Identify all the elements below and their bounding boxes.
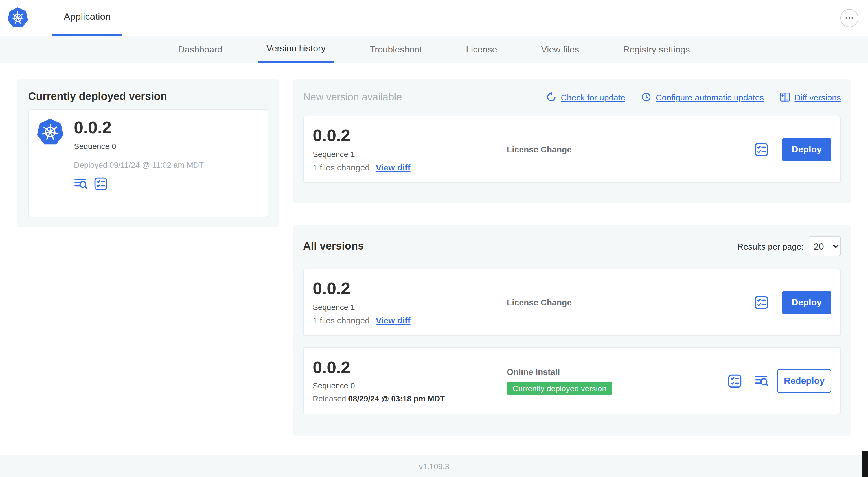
kubernetes-logo-icon xyxy=(7,7,28,28)
top-bar: Application xyxy=(0,0,868,36)
config-checklist-icon[interactable] xyxy=(94,176,108,190)
current-version-number: 0.0.2 xyxy=(74,119,204,136)
tab-dashboard[interactable]: Dashboard xyxy=(170,36,230,63)
files-changed-line: 1 files changed View diff xyxy=(313,162,507,172)
diff-icon xyxy=(779,91,790,103)
released-line: Released08/29/24 @ 03:18 pm MDT xyxy=(313,394,507,403)
tab-version-history[interactable]: Version history xyxy=(258,36,334,63)
all-versions-panel: All versions Results per page: 20 0.0.2 … xyxy=(293,225,851,436)
version-row: 0.0.2 Sequence 1 1 files changed View di… xyxy=(303,269,841,336)
current-version-actions xyxy=(74,176,204,190)
version-source-block: Online Install Currently deployed versio… xyxy=(507,367,727,395)
deploy-button[interactable]: Deploy xyxy=(782,291,831,314)
version-number: 0.0.2 xyxy=(313,358,507,376)
refresh-icon xyxy=(546,91,557,103)
release-notes-icon[interactable] xyxy=(74,176,88,190)
results-per-page-select[interactable]: 20 xyxy=(809,236,841,256)
app-tab[interactable]: Application xyxy=(53,0,122,35)
deployed-timestamp: Deployed 09/11/24 @ 11:02 am MDT xyxy=(74,160,204,169)
check-for-update-link[interactable]: Check for update xyxy=(546,91,625,103)
version-sequence: Sequence 0 xyxy=(313,381,507,390)
files-changed-text: 1 files changed xyxy=(313,316,370,325)
app-logo xyxy=(7,0,28,35)
tab-troubleshoot[interactable]: Troubleshoot xyxy=(362,36,430,63)
diff-versions-label: Diff versions xyxy=(794,92,841,102)
version-info-block: 0.0.2 Sequence 0 Released08/29/24 @ 03:1… xyxy=(313,358,507,403)
new-version-title: New version available xyxy=(303,90,546,104)
diff-versions-link[interactable]: Diff versions xyxy=(779,91,841,103)
footer: v1.109.3 xyxy=(0,455,868,477)
tab-license[interactable]: License xyxy=(458,36,505,63)
version-source-block: License Change xyxy=(507,297,754,307)
new-version-row: 0.0.2 Sequence 1 1 files changed View di… xyxy=(303,116,841,183)
admin-console-version: v1.109.3 xyxy=(419,461,449,471)
version-row: 0.0.2 Sequence 0 Released08/29/24 @ 03:1… xyxy=(303,347,841,414)
kubernetes-icon xyxy=(37,119,64,146)
view-diff-link[interactable]: View diff xyxy=(376,162,410,172)
main-content: Currently deployed version 0.0.2 Sequenc… xyxy=(0,63,868,436)
version-number: 0.0.2 xyxy=(313,127,507,145)
check-for-update-label: Check for update xyxy=(561,92,625,102)
app-window: Application Dashboard Version history Tr… xyxy=(0,0,868,477)
all-versions-header: All versions Results per page: 20 xyxy=(303,236,841,256)
version-info-block: 0.0.2 Sequence 1 1 files changed View di… xyxy=(313,280,507,325)
files-changed-text: 1 files changed xyxy=(313,162,370,172)
new-version-header: New version available Check for update C… xyxy=(303,90,841,104)
results-per-page: Results per page: 20 xyxy=(737,236,841,256)
version-source: License Change xyxy=(507,145,754,154)
configure-automatic-updates-link[interactable]: Configure automatic updates xyxy=(641,91,764,103)
view-diff-link[interactable]: View diff xyxy=(376,316,410,325)
all-versions-title: All versions xyxy=(303,240,737,252)
tab-registry-settings[interactable]: Registry settings xyxy=(615,36,698,63)
version-source-block: License Change xyxy=(507,145,754,154)
new-version-panel: New version available Check for update C… xyxy=(293,79,851,203)
version-info-block: 0.0.2 Sequence 1 1 files changed View di… xyxy=(313,127,507,172)
released-date: 08/29/24 @ 03:18 pm MDT xyxy=(348,394,445,403)
current-version-card: 0.0.2 Sequence 0 Deployed 09/11/24 @ 11:… xyxy=(28,109,268,217)
configure-automatic-updates-label: Configure automatic updates xyxy=(656,92,764,102)
version-number: 0.0.2 xyxy=(313,280,507,297)
version-sequence: Sequence 1 xyxy=(313,150,507,159)
tab-view-files[interactable]: View files xyxy=(533,36,587,63)
version-history-column: New version available Check for update C… xyxy=(293,79,851,436)
files-changed-line: 1 files changed View diff xyxy=(313,316,507,325)
currently-deployed-panel: Currently deployed version 0.0.2 Sequenc… xyxy=(17,79,279,227)
version-sequence: Sequence 1 xyxy=(313,303,507,311)
config-checklist-icon[interactable] xyxy=(727,374,742,388)
currently-deployed-title: Currently deployed version xyxy=(28,90,268,103)
row-actions: Redeploy xyxy=(727,369,831,393)
row-actions: Deploy xyxy=(754,138,831,161)
ellipsis-icon xyxy=(844,13,855,23)
more-options-button[interactable] xyxy=(840,9,859,27)
section-nav: Dashboard Version history Troubleshoot L… xyxy=(0,36,868,63)
config-checklist-icon[interactable] xyxy=(754,142,768,157)
deploy-button[interactable]: Deploy xyxy=(782,138,831,161)
update-actions: Check for update Configure automatic upd… xyxy=(546,91,841,103)
results-per-page-label: Results per page: xyxy=(737,241,804,251)
scrollbar-thumb[interactable] xyxy=(862,451,868,477)
redeploy-button[interactable]: Redeploy xyxy=(777,369,831,393)
current-version-info: 0.0.2 Sequence 0 Deployed 09/11/24 @ 11:… xyxy=(74,119,204,208)
clock-icon xyxy=(641,91,652,103)
version-source: Online Install xyxy=(507,367,727,376)
config-checklist-icon[interactable] xyxy=(754,295,768,309)
release-notes-icon[interactable] xyxy=(754,374,769,388)
released-prefix: Released xyxy=(313,394,346,403)
row-actions: Deploy xyxy=(754,291,831,314)
version-source: License Change xyxy=(507,297,754,307)
currently-deployed-badge: Currently deployed version xyxy=(507,381,612,395)
current-version-sequence: Sequence 0 xyxy=(74,141,204,150)
